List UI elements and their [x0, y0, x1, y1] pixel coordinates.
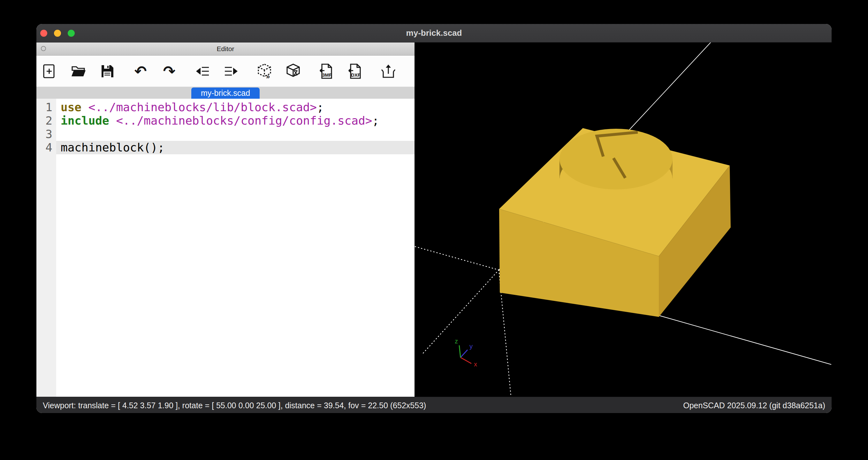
export-3mf-icon: 3MF [318, 63, 335, 80]
export-3mf-button[interactable]: 3MF [317, 61, 336, 82]
unindent-icon [194, 63, 211, 80]
unindent-button[interactable] [193, 61, 212, 82]
axis-indicator: x y z [455, 338, 477, 368]
code-line-1: 1 use <../machineblocks/lib/block.scad>; [36, 101, 414, 114]
save-icon [99, 63, 116, 80]
preview-button[interactable]: » [255, 61, 274, 82]
export-dxf-icon: DXF [347, 63, 364, 80]
new-file-icon [41, 63, 58, 80]
indent-icon [223, 63, 240, 80]
save-file-button[interactable] [98, 61, 117, 82]
tab-bar: my-brick.scad [36, 87, 414, 99]
axis-x-label: x [474, 361, 477, 368]
tab-label: my-brick.scad [201, 89, 250, 98]
editor-dock-header[interactable]: Editor [36, 42, 414, 56]
dock-float-icon[interactable] [41, 46, 46, 51]
editor-toolbar: ↶ ↷ [36, 56, 414, 87]
export-dxf-button[interactable]: DXF [345, 61, 365, 82]
undo-button[interactable]: ↶ [131, 61, 150, 82]
code-text: include <../machineblocks/config/config.… [56, 114, 414, 127]
export-model-button[interactable] [379, 61, 398, 82]
render-button[interactable] [284, 61, 303, 82]
line-number: 3 [36, 127, 56, 141]
redo-icon: ↷ [163, 62, 176, 81]
svg-text:»: » [266, 72, 270, 80]
code-text: machineblock(); [56, 141, 414, 154]
code-text [56, 127, 414, 141]
axis-y-line [461, 350, 468, 358]
open-folder-icon [70, 63, 87, 80]
export-box-icon [380, 63, 397, 80]
axis-z-line [459, 345, 461, 358]
axis-x-line [461, 358, 471, 364]
preview-cube-icon: » [256, 63, 273, 80]
editor-panel-title: Editor [217, 45, 235, 53]
code-line-2: 2 include <../machineblocks/config/confi… [36, 114, 414, 127]
viewport-status-text: Viewport: translate = [ 4.52 3.57 1.90 ]… [43, 401, 426, 410]
line-number: 2 [36, 114, 56, 127]
redo-button[interactable]: ↷ [160, 61, 179, 82]
screen-background: my-brick.scad Editor [0, 0, 868, 460]
undo-icon: ↶ [134, 62, 147, 81]
code-line-4: 4 machineblock(); [36, 141, 414, 154]
tab-my-brick[interactable]: my-brick.scad [191, 88, 260, 99]
3d-viewport[interactable]: x y z [414, 42, 832, 397]
axis-z-label: z [455, 338, 458, 345]
brick-model [499, 128, 731, 317]
code-line-3: 3 [36, 127, 414, 141]
app-window: my-brick.scad Editor [36, 24, 832, 413]
window-titlebar[interactable]: my-brick.scad [36, 24, 832, 42]
render-cube-icon [285, 63, 302, 80]
svg-text:3MF: 3MF [322, 72, 332, 78]
line-number: 4 [36, 141, 56, 154]
code-text: use <../machineblocks/lib/block.scad>; [56, 101, 414, 114]
new-file-button[interactable] [40, 61, 59, 82]
version-status-text: OpenSCAD 2025.09.12 (git d38a6251a) [683, 401, 825, 410]
line-number: 1 [36, 101, 56, 114]
window-title: my-brick.scad [36, 24, 832, 42]
editor-panel: Editor [36, 42, 414, 397]
code-editor[interactable]: 1 use <../machineblocks/lib/block.scad>;… [36, 99, 414, 397]
svg-text:DXF: DXF [351, 72, 361, 78]
open-file-button[interactable] [69, 61, 88, 82]
viewport-canvas: x y z [414, 42, 832, 397]
indent-button[interactable] [222, 61, 241, 82]
status-bar: Viewport: translate = [ 4.52 3.57 1.90 ]… [36, 397, 832, 413]
axis-y-label: y [469, 343, 473, 350]
